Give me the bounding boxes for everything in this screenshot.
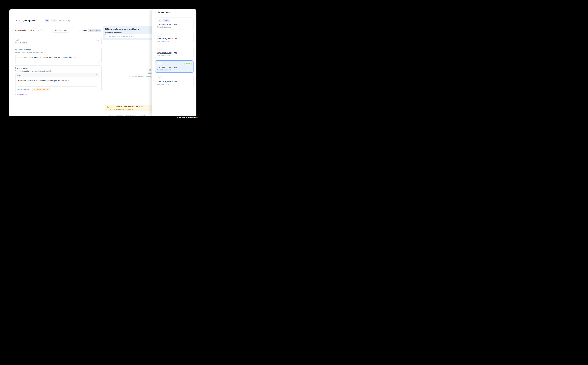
close-icon[interactable]: ✕	[154, 11, 156, 13]
prompt-messages-card: Prompt messages Use {{variable}} syntax …	[13, 65, 102, 91]
version-date: 11/21/2025, 1:33:19 PM	[157, 66, 192, 68]
hint-prefix: Use	[15, 70, 18, 72]
version-history-header: ✕ Version History	[152, 9, 196, 15]
version-history-panel: ✕ Version History v5 Latest 11/22/2025, …	[152, 9, 196, 116]
add-message-button[interactable]: + Add message	[15, 94, 99, 97]
toggle-dotprompt[interactable]: DOTPROMPT	[89, 29, 102, 32]
warning-icon	[107, 106, 109, 108]
detected-variables-row: Detected variables: ✎ template_variables	[15, 88, 99, 92]
version-history-list: v5 Latest 11/22/2025, 6:08:12 PM Saved t…	[152, 15, 196, 92]
parameters-button[interactable]: ⚙ Parameters	[53, 28, 69, 33]
version-badge: v2	[45, 19, 49, 22]
editor-cards: Tools + Add No tools added Developer mes…	[9, 34, 103, 93]
developer-message-input[interactable]: You are jack sparrow number 1, respond a…	[15, 55, 99, 63]
version-history-title: Version History	[158, 11, 172, 13]
version-tag: v4	[157, 34, 162, 36]
role-select-value: User	[17, 74, 21, 76]
tools-empty-label: No tools added	[15, 42, 99, 44]
warning-title: Please fill in all template variables ab…	[110, 106, 143, 108]
message-block: User	[15, 73, 99, 92]
resize-handle-icon[interactable]	[96, 85, 97, 86]
user-message-input[interactable]: Enter task specifics. Use {{template_var…	[17, 78, 98, 86]
editor-column: aws/anthropic/bedrock-claude-3-5-s... ⚙ …	[9, 26, 103, 116]
version-card-v3[interactable]: v3 11/21/2025, 1:33:56 PM Saved to Datab…	[155, 46, 194, 58]
model-row: aws/anthropic/bedrock-claude-3-5-s... ⚙ …	[9, 26, 103, 34]
active-badge: Active	[184, 62, 192, 65]
message-header: User	[15, 73, 99, 77]
latest-badge: Latest	[163, 19, 170, 22]
model-select[interactable]: aws/anthropic/bedrock-claude-3-5-s...	[13, 28, 51, 33]
parameters-label: Parameters	[58, 29, 67, 31]
detected-variables-label: Detected variables:	[17, 88, 31, 90]
version-card-v4[interactable]: v4 11/21/2025, 1:36:28 PM Saved to Datab…	[155, 32, 194, 44]
draft-badge: Draft	[51, 19, 56, 22]
page-title: jack-sparrow	[23, 19, 36, 22]
chevron-down-icon	[48, 30, 49, 31]
developer-message-title: Developer message	[15, 49, 99, 51]
chevron-down-icon	[24, 75, 26, 76]
toggle-pretty[interactable]: PRETTY	[79, 28, 89, 32]
version-date: 11/21/2025, 1:36:28 PM	[157, 38, 192, 40]
version-source: Saved to Database	[157, 55, 192, 56]
developer-message-subtitle: Optional system instructions for the mod…	[15, 52, 99, 54]
version-card-v1[interactable]: v1 11/21/2025, 9:16:39 AM Saved to Datab…	[155, 75, 194, 87]
pencil-icon: ✎	[34, 89, 35, 90]
unsaved-changes-label: Unsaved changes	[59, 20, 72, 21]
version-date: 11/21/2025, 9:16:39 AM	[157, 81, 192, 83]
resize-handle-icon[interactable]	[97, 61, 99, 63]
version-source: Saved to Database	[157, 83, 192, 85]
hint-suffix: syntax for template variables	[32, 70, 52, 72]
drag-handle-icon[interactable]	[96, 74, 97, 76]
watermark: Screenshot by Xnapper.com	[177, 117, 198, 118]
version-tag: v5	[157, 19, 162, 22]
version-date: 11/21/2025, 1:33:56 PM	[157, 52, 192, 54]
back-label: Back	[16, 20, 20, 21]
version-tag: v2	[157, 62, 162, 65]
template-syntax-hint: Use {{variable}} syntax for template var…	[15, 70, 99, 72]
back-arrow-icon: ←	[13, 20, 15, 21]
version-card-v5[interactable]: v5 Latest 11/22/2025, 6:08:12 PM Saved t…	[155, 18, 194, 30]
prompt-messages-title: Prompt messages	[15, 67, 99, 69]
tools-card: Tools + Add No tools added	[13, 37, 102, 45]
view-mode-toggle: PRETTY DOTPROMPT	[79, 29, 102, 32]
developer-message-card: Developer message Optional system instru…	[13, 47, 102, 63]
app-window: ← Back jack-sparrow v2 Draft Unsaved cha…	[9, 9, 196, 116]
variable-syntax-chip: {{variable}}	[19, 70, 31, 72]
version-source: Saved to Database	[157, 40, 192, 42]
tools-title: Tools	[15, 39, 19, 41]
version-card-v2[interactable]: v2 Active 11/21/2025, 1:33:19 PM Saved t…	[155, 60, 194, 73]
gear-icon: ⚙	[55, 29, 57, 31]
version-tag: v1	[157, 77, 162, 79]
detected-variable-chip[interactable]: ✎ template_variables	[32, 88, 50, 91]
add-tool-button[interactable]: + Add	[95, 39, 99, 41]
version-tag: v3	[157, 48, 162, 51]
model-select-value: aws/anthropic/bedrock-claude-3-5-s...	[15, 29, 44, 31]
role-select[interactable]: User	[17, 74, 26, 76]
version-source: Saved to Database	[157, 26, 192, 28]
version-source: Saved to Database	[157, 69, 192, 71]
detected-variable-name: template_variables	[35, 88, 49, 90]
bot-icon	[147, 68, 153, 74]
back-button[interactable]: ← Back	[13, 20, 20, 21]
version-date: 11/22/2025, 6:08:12 PM	[157, 23, 192, 25]
